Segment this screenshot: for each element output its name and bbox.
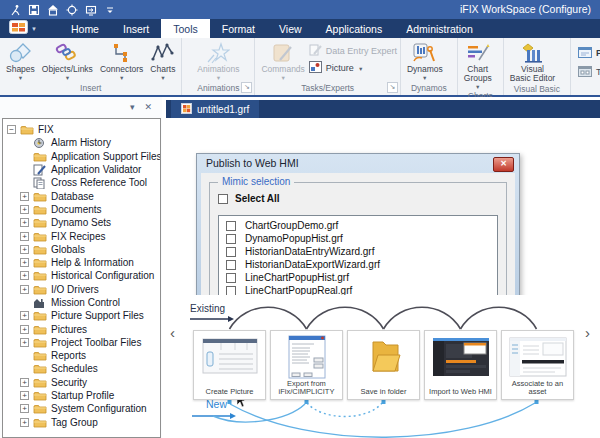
tab-tools[interactable]: Tools [161, 19, 210, 38]
mimic-file-row-historiandataentrywizard-grf[interactable]: HistorianDataEntryWizard.grf [219, 245, 497, 258]
mimic-file-row-linechartpopuphist-grf[interactable]: LineChartPopupHist.grf [219, 271, 497, 284]
carousel-left-chevron[interactable]: ‹ [170, 325, 175, 341]
collapse-caret-icon[interactable]: ▾ [130, 103, 135, 112]
tree-root-fix[interactable]: −FIX [3, 123, 160, 136]
animations-button[interactable]: Animations ▼ [194, 41, 242, 81]
tree-item-schedules[interactable]: +Schedules [3, 362, 160, 375]
expand-plus-icon[interactable]: + [20, 232, 29, 241]
visual-basic-editor-button[interactable]: Visual Basic Editor [507, 41, 558, 83]
tree-item-help-information[interactable]: +Help & Information [3, 256, 160, 269]
shapes-button[interactable]: Shapes ▼ [3, 41, 38, 81]
tree-item-globals[interactable]: +Globals [3, 243, 160, 256]
workflow-step-save-in-folder[interactable]: Save in folder [347, 330, 420, 400]
file-checkbox[interactable] [226, 234, 236, 244]
ribbon-group-visual-basic: Visual Basic Editor Visual Basic [504, 38, 571, 95]
tree-item-pictures[interactable]: +Pictures [3, 322, 160, 335]
file-checkbox[interactable] [226, 247, 236, 257]
file-checkbox[interactable] [226, 221, 236, 231]
tree-item-alarm-history[interactable]: +Alarm History [3, 136, 160, 149]
group-label-web-hmi: Web HMI [571, 82, 600, 95]
mimic-file-row-dynamopopuphist-grf[interactable]: DynamoPopupHist.grf [219, 232, 497, 245]
home-icon[interactable] [47, 4, 59, 16]
expand-plus-icon[interactable]: + [20, 205, 29, 214]
dialog-launcher-icon[interactable]: ↘ [387, 82, 398, 93]
expand-plus-icon[interactable]: + [20, 378, 29, 387]
tab-view[interactable]: View [267, 19, 314, 38]
send-monitor-icon[interactable] [85, 4, 97, 16]
expand-plus-icon[interactable]: + [20, 404, 29, 413]
connectors-button[interactable]: Connectors ▼ [97, 41, 146, 81]
select-all-checkbox[interactable] [218, 194, 228, 204]
file-checkbox[interactable] [226, 273, 236, 283]
tree-item-cross-reference-tool[interactable]: +Cross Reference Tool [3, 176, 160, 189]
target-icon[interactable] [66, 4, 78, 16]
folder-icon [33, 390, 47, 402]
expand-plus-icon[interactable]: + [20, 271, 29, 280]
collapse-expander-icon[interactable]: − [7, 125, 16, 134]
tab-format[interactable]: Format [210, 19, 267, 38]
file-checkbox[interactable] [226, 286, 236, 296]
chevron-down-icon: ▼ [65, 75, 70, 81]
document-tab-untitled1[interactable]: untitled1.grf [171, 100, 259, 118]
commands-icon [271, 41, 295, 65]
mimic-file-row-historiandataexportwizard-grf[interactable]: HistorianDataExportWizard.grf [219, 258, 497, 271]
qat-caret-icon[interactable] [104, 4, 116, 16]
tree-item-documents[interactable]: +Documents [3, 203, 160, 216]
expand-plus-icon[interactable]: + [20, 391, 29, 400]
expand-plus-icon[interactable]: + [20, 218, 29, 227]
tree-item-dynamo-sets[interactable]: +Dynamo Sets [3, 216, 160, 229]
charts-icon [151, 41, 175, 65]
toolbox-button[interactable]: Toolbox [578, 65, 600, 79]
tree-item-fix-recipes[interactable]: +FIX Recipes [3, 229, 160, 242]
tree-item-tag-group[interactable]: +Tag Group [3, 416, 160, 429]
tab-insert[interactable]: Insert [111, 19, 161, 38]
workflow-step-import-to-web-hmi[interactable]: Import to Web HMI [424, 330, 497, 400]
tree-item-system-configuration[interactable]: +System Configuration [3, 402, 160, 415]
folder-icon [33, 323, 47, 335]
tree-item-mission-control[interactable]: +Mission Control [3, 296, 160, 309]
publish-picture-button[interactable]: Publish Picture [578, 46, 600, 60]
mimic-file-row-chartgroupdemo-grf[interactable]: ChartGroupDemo.grf [219, 219, 497, 232]
workflow-step-associate-to-an-asset[interactable]: Associate to an asset [501, 330, 574, 400]
dialog-launcher-icon[interactable]: ↘ [241, 82, 252, 93]
dynamos-button[interactable]: Dynamos ▼ [404, 41, 446, 81]
expand-plus-icon[interactable]: + [20, 418, 29, 427]
tree-item-application-validator[interactable]: +Application Validator [3, 163, 160, 176]
expand-plus-icon[interactable]: + [20, 338, 29, 347]
picture-button[interactable]: Picture ▼ [309, 61, 397, 75]
expand-plus-icon[interactable]: + [20, 258, 29, 267]
chart-groups-button[interactable]: Chart Groups ▼ [461, 41, 495, 90]
expand-plus-icon[interactable]: + [20, 285, 29, 294]
workflow-step-create-picture[interactable]: Create Picture [193, 330, 266, 400]
tree-item-project-toolbar-files[interactable]: +Project Toolbar Files [3, 336, 160, 349]
tree-item-historical-configuration[interactable]: +Historical Configuration [3, 269, 160, 282]
charts-button[interactable]: Charts ▼ [147, 41, 178, 81]
expand-plus-icon[interactable]: + [20, 311, 29, 320]
tree-item-startup-profile[interactable]: +Startup Profile [3, 389, 160, 402]
dialog-close-button[interactable]: ✕ [493, 157, 514, 172]
expand-plus-icon[interactable]: + [20, 325, 29, 334]
objects-links-button[interactable]: Objects/Links ▼ [39, 41, 96, 81]
run-icon[interactable] [9, 4, 21, 16]
tab-applications[interactable]: Applications [314, 19, 395, 38]
select-all-row[interactable]: Select All [218, 193, 506, 204]
expand-plus-icon[interactable]: + [20, 192, 29, 201]
tree-item-i-o-drivers[interactable]: +I/O Drivers [3, 283, 160, 296]
workflow-step-export-from-ifix-cimplicity[interactable]: Export from iFix/CIMPLICITY [270, 330, 343, 400]
tree-item-picture-support-files[interactable]: +Picture Support Files [3, 309, 160, 322]
tree-item-reports[interactable]: +Reports [3, 349, 160, 362]
tree-item-database[interactable]: +Database [3, 189, 160, 202]
web-hmi-workflow-graphic: Existing New ‹ › Create PictureExport fr… [166, 295, 600, 438]
tab-home[interactable]: Home [59, 19, 111, 38]
commands-button[interactable]: Commands ▼ [258, 41, 307, 81]
tab-administration[interactable]: Administration [394, 19, 485, 38]
data-entry-expert-button[interactable]: Data Entry Expert [309, 44, 397, 58]
close-icon[interactable]: ✕ [144, 103, 152, 112]
tree-item-security[interactable]: +Security [3, 376, 160, 389]
carousel-right-chevron[interactable]: › [585, 325, 590, 341]
expand-plus-icon[interactable]: + [20, 245, 29, 254]
file-checkbox[interactable] [226, 260, 236, 270]
tree-item-application-support-files[interactable]: +Application Support Files [3, 150, 160, 163]
save-icon[interactable] [28, 4, 40, 16]
application-menu-button[interactable]: ▼ [0, 19, 45, 38]
